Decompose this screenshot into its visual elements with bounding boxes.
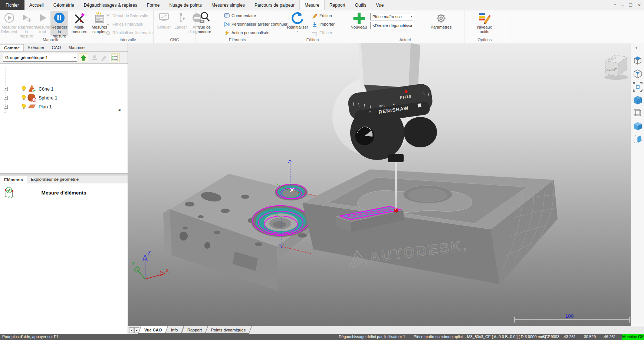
tab-gamme[interactable]: Gamme xyxy=(0,44,24,51)
tab-machine[interactable]: Machine xyxy=(65,44,88,51)
elements-panel: Mesure d'éléments xyxy=(0,183,128,334)
validate-button-disabled[interactable] xyxy=(90,53,99,62)
bulb-icon[interactable] xyxy=(21,85,27,93)
tree-item-cone[interactable]: + Cône 1 xyxy=(0,85,128,94)
alignment-dropdown[interactable]: <Dernier dégauchissa ▾ xyxy=(370,22,413,29)
tab-cao[interactable]: CAO xyxy=(48,44,65,51)
interval-start-button[interactable]: Début de l'intervalle xyxy=(105,12,148,19)
comment-button[interactable]: Commentaire xyxy=(224,12,256,19)
section-view-button[interactable] xyxy=(632,134,643,144)
erase-button[interactable]: Effacer xyxy=(312,29,332,36)
expand-icon[interactable]: + xyxy=(4,96,8,100)
tab-mesures-simples[interactable]: Mesures simples xyxy=(207,0,250,10)
active-levels-button[interactable]: Niveaux actifs xyxy=(473,11,496,36)
view-top-face-button[interactable] xyxy=(632,55,643,65)
view-tab-points-dynamiques[interactable]: Points dynamiques xyxy=(205,326,252,334)
view-isometric-button[interactable] xyxy=(632,69,643,79)
tab-outils[interactable]: Outils xyxy=(350,0,371,10)
custom-stop-continue-button[interactable]: Personnaliser arrêter continuer xyxy=(224,21,288,27)
layers-pencil-icon xyxy=(473,12,496,25)
tree-item-plane[interactable]: + Plan 1 xyxy=(0,102,128,111)
viewcube[interactable]: HAUT AVANT xyxy=(604,55,628,80)
measure-all-button[interactable]: Mesurer tout xyxy=(36,11,50,36)
tree-item-sphere[interactable]: + ! Sphère 1 xyxy=(0,94,128,102)
ribbon-collapse-icon[interactable]: ^ xyxy=(614,3,616,7)
view-tabs: Vue CAO Info Rapport Points dynamiques xyxy=(140,326,250,334)
panel-title: Mesure d'éléments xyxy=(0,190,128,196)
geometric-group-dropdown[interactable]: Groupe géométrique 1 ▾ xyxy=(3,54,77,62)
settings-button[interactable]: Paramètres xyxy=(425,11,457,36)
zoom-fit-button[interactable] xyxy=(632,82,643,92)
list-view-button[interactable] xyxy=(110,53,119,62)
tab-mesure-active[interactable]: Mesure xyxy=(299,0,325,10)
tab-vue[interactable]: Vue xyxy=(371,0,388,10)
tab-accueil[interactable]: Accueil xyxy=(24,0,49,10)
measurement-tree: + Cône 1 + ! Sphère 1 + xyxy=(0,63,128,174)
measure-element-button[interactable]: Mesurer l'élément xyxy=(1,11,17,36)
simulate-button[interactable]: Simuler xyxy=(155,11,173,36)
tab-geometrie[interactable]: Géométrie xyxy=(49,0,79,10)
machine-status-badge: Machine OK xyxy=(622,334,644,340)
collapse-panel-icon[interactable]: ◂ xyxy=(118,107,121,112)
tab-executer[interactable]: Exécuter xyxy=(24,44,48,51)
probe-status: simon aplicit - M3_50x3_CE [ A=0.0 B=0.0… xyxy=(442,334,559,339)
view-tab-rapport[interactable]: Rapport xyxy=(181,326,208,334)
probe-launch-icon xyxy=(173,12,188,25)
dropdown-arrow-icon: ▾ xyxy=(411,24,412,27)
green-up-arrow-icon xyxy=(80,54,87,62)
help-hint: Pour plus d'aide, appuyer sur F1 xyxy=(2,334,58,339)
delay-measure-button[interactable]: Retarder la mesure xyxy=(50,11,68,36)
svg-text:▲: ▲ xyxy=(392,102,395,105)
new-button[interactable]: Nouveau xyxy=(349,11,368,36)
coord-y: 30.529 xyxy=(578,334,596,339)
tab-forme[interactable]: Forme xyxy=(142,0,165,10)
cad-viewport[interactable]: AUTODESK. xyxy=(128,43,631,326)
import-button[interactable]: Importer xyxy=(312,21,335,27)
interval-end-button[interactable]: Fin de l'intervalle xyxy=(105,21,143,27)
interval-reset-button[interactable]: Réinitialiser l'intervalle xyxy=(105,29,152,36)
svg-text:!: ! xyxy=(34,98,35,102)
cone-icon xyxy=(27,84,37,94)
sphere-icon: ! xyxy=(27,93,37,103)
tab-elements[interactable]: Eléments xyxy=(0,176,27,183)
panel-splitter[interactable] xyxy=(0,174,128,176)
tab-rapport[interactable]: Rapport xyxy=(325,0,350,10)
resume-measure-button[interactable]: Reprendre la mesure xyxy=(18,11,35,36)
tab-nuage-de-points[interactable]: Nuage de points xyxy=(165,0,207,10)
reset-button[interactable]: Réinitialiser ⌄ xyxy=(286,11,309,36)
tab-parcours-de-palpeur[interactable]: Parcours de palpeur xyxy=(250,0,299,10)
multi-measures-button[interactable]: Multi-mesures xyxy=(69,11,90,36)
master-part-dropdown[interactable]: Pièce maîtresse ▾ xyxy=(370,13,413,20)
edit-button-disabled[interactable] xyxy=(99,53,109,62)
minimize-icon[interactable]: – xyxy=(621,3,624,7)
reset-loop-icon xyxy=(105,30,111,35)
bulb-icon[interactable] xyxy=(21,103,27,111)
expand-icon[interactable]: + xyxy=(4,105,8,109)
restore-icon[interactable]: ❐ xyxy=(629,3,632,8)
ribbon: Mesurer l'élément Reprendre la mesure Me… xyxy=(0,10,644,43)
bulb-icon[interactable] xyxy=(21,94,27,102)
interval-start-icon xyxy=(105,13,111,18)
toolbar-chevron-icon[interactable]: ▾ xyxy=(635,46,637,50)
wireframe-view-button[interactable] xyxy=(632,108,643,118)
solid-view-button[interactable] xyxy=(632,121,643,131)
dropdown-arrow-icon: ▾ xyxy=(74,56,76,59)
measure-view-button[interactable]: Vue de mesure xyxy=(196,11,213,36)
close-icon[interactable]: ✕ xyxy=(638,3,641,8)
view-tab-strip: ◂ ▸ Vue CAO Info Rapport Points dynamiqu… xyxy=(128,326,644,334)
edit-button[interactable]: Edition xyxy=(312,12,332,19)
axis-triad: Z X Y xyxy=(132,250,169,279)
tab-degauchissages[interactable]: Dégauchissages & repères xyxy=(79,0,142,10)
move-up-button[interactable] xyxy=(79,53,88,62)
tab-geometry-explorer[interactable]: Explorateur de géométrie xyxy=(27,176,82,183)
ribbon-group-options: Niveaux actifs Options xyxy=(464,10,505,43)
file-menu-button[interactable]: Fichier xyxy=(0,0,24,10)
view-tab-cao[interactable]: Vue CAO xyxy=(138,326,168,334)
powerinspect-window: Fichier Accueil Géométrie Dégauchissages… xyxy=(0,0,644,340)
launch-button[interactable]: Lancer xyxy=(173,11,188,36)
shaded-blocks-view-button[interactable] xyxy=(632,95,643,105)
insertion-point-icon: → xyxy=(3,109,7,114)
expand-icon[interactable]: + xyxy=(4,87,8,91)
custom-action-button[interactable]: Action personnalisée xyxy=(224,29,269,36)
tab-scroll-left-icon[interactable]: ◂ xyxy=(129,327,134,333)
